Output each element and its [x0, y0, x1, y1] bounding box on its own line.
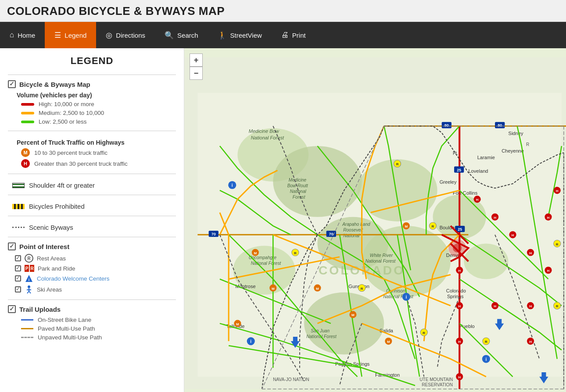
svg-point-21	[464, 244, 508, 279]
unpaved-item: Unpaved Multi-Use Path	[21, 334, 176, 341]
svg-text:White River: White River	[370, 253, 393, 258]
medium-volume-swatch	[21, 112, 34, 114]
svg-text:Laramie: Laramie	[477, 155, 495, 160]
page-title: COLORADO BICYCLE & BYWAYS MAP	[7, 4, 559, 18]
park-ride-icon: P R	[25, 265, 34, 272]
bicycle-byways-check[interactable]	[8, 80, 16, 88]
ski-areas-icon	[25, 285, 33, 294]
truck-high: H Greater than 30 percent truck traffic	[21, 159, 176, 168]
svg-text:H: H	[547, 269, 550, 273]
svg-text:M: M	[351, 313, 355, 317]
volume-title: Volume (vehicles per day)	[17, 92, 176, 99]
list-icon: ☰	[54, 31, 61, 40]
rest-areas-icon: R	[25, 254, 33, 263]
poi-check[interactable]	[8, 242, 16, 250]
paved-swatch	[21, 328, 33, 329]
zoom-in-button[interactable]: +	[190, 53, 203, 67]
volume-high: High: 10,000 or more	[21, 101, 176, 107]
trail-uploads-header: Trail Uploads	[8, 305, 176, 313]
svg-text:i: i	[232, 183, 233, 188]
svg-text:H: H	[529, 304, 532, 308]
svg-text:i: i	[405, 295, 407, 299]
welcome-check[interactable]	[15, 275, 21, 282]
svg-text:Greeley: Greeley	[440, 179, 457, 185]
prohibited-swatch	[12, 204, 25, 209]
svg-text:R: R	[485, 340, 487, 344]
truck-title: Percent of Truck Traffic on Highways	[17, 139, 176, 146]
welcome-centers-icon: i	[25, 274, 33, 283]
svg-text:H: H	[494, 216, 496, 220]
low-volume-swatch	[21, 121, 34, 123]
nav-print[interactable]: 🖨 Print	[272, 22, 315, 48]
svg-text:80: 80	[498, 123, 502, 128]
nav-directions[interactable]: ◎ Directions	[96, 22, 155, 48]
svg-text:70: 70	[329, 232, 333, 236]
svg-text:Forest: Forest	[293, 195, 306, 200]
nav-legend[interactable]: ☰ Legend	[45, 22, 96, 48]
svg-text:R: R	[361, 287, 363, 291]
nav-home[interactable]: ⌂ Home	[0, 22, 45, 48]
svg-text:H: H	[529, 340, 532, 344]
svg-text:Ft.: Ft.	[453, 151, 458, 156]
welcome-centers-item: i Colorado Welcome Centers	[15, 274, 176, 283]
shoulder-swatch	[12, 183, 25, 188]
svg-text:Roosevelt: Roosevelt	[343, 228, 363, 232]
svg-text:H: H	[458, 340, 461, 344]
rest-areas-check[interactable]	[15, 255, 21, 261]
truck-medium: M 10 to 30 percent truck traffic	[21, 148, 176, 157]
shoulder-item: Shoulder 4ft or greater	[12, 182, 176, 189]
svg-text:H: H	[556, 189, 559, 193]
onstreet-item: On-Street Bike Lane	[21, 317, 176, 323]
svg-text:Cheyenne: Cheyenne	[502, 148, 524, 153]
nav-search[interactable]: 🔍 Search	[155, 22, 208, 48]
svg-text:R: R	[556, 242, 559, 246]
prohibited-item: Bicycles Prohibited	[12, 203, 176, 210]
compass-icon: ◎	[106, 31, 112, 40]
svg-text:P: P	[25, 266, 29, 271]
svg-text:H: H	[547, 216, 550, 220]
svg-text:H: H	[458, 375, 461, 379]
poi-header: Point of Interest	[8, 242, 176, 250]
svg-line-10	[29, 291, 31, 293]
trail-uploads-section: Trail Uploads On-Street Bike Lane Paved …	[8, 299, 176, 346]
svg-text:R: R	[423, 331, 425, 335]
svg-text:25: 25	[458, 227, 462, 232]
svg-point-130	[453, 244, 462, 253]
svg-text:RESERVATION: RESERVATION	[422, 382, 453, 387]
svg-text:H: H	[512, 233, 514, 237]
search-icon: 🔍	[165, 31, 174, 40]
map-zoom-controls: + −	[190, 53, 203, 80]
svg-text:Arapaho Land: Arapaho Land	[342, 222, 370, 227]
park-ride-check[interactable]	[15, 265, 21, 271]
svg-text:M: M	[387, 340, 390, 344]
high-volume-swatch	[21, 103, 34, 106]
svg-text:R: R	[294, 251, 297, 255]
nav-streetview[interactable]: 🚶 StreetView	[208, 22, 272, 48]
svg-text:R: R	[396, 162, 399, 166]
svg-text:Bow-Routt: Bow-Routt	[287, 183, 308, 188]
prohibited-section: Bicycles Prohibited	[8, 195, 176, 216]
onstreet-swatch	[21, 319, 33, 321]
home-icon: ⌂	[10, 31, 14, 39]
zoom-out-button[interactable]: −	[190, 67, 203, 80]
unpaved-swatch	[21, 337, 33, 338]
svg-text:M: M	[272, 287, 275, 291]
map-svg: Medicine Bow National Forest Medicine Bo…	[184, 48, 566, 392]
print-icon: 🖨	[281, 31, 289, 39]
bicycle-byways-header: Bicycle & Byways Map	[8, 80, 176, 88]
svg-text:UTE MOUNTAIN: UTE MOUNTAIN	[419, 377, 453, 382]
truck-traffic-section: Percent of Truck Traffic on Highways M 1…	[8, 131, 176, 174]
bicycle-byways-section: Bicycle & Byways Map Volume (vehicles pe…	[8, 75, 176, 131]
svg-text:M: M	[236, 322, 239, 326]
truck-high-badge: H	[21, 159, 30, 168]
svg-text:i: i	[29, 278, 30, 282]
map-area[interactable]: + − Medicine Bow National Forest Medicin…	[184, 48, 566, 392]
ski-check[interactable]	[15, 286, 21, 292]
main-layout: LEGEND Bicycle & Byways Map Volume (vehi…	[0, 48, 566, 392]
svg-text:H: H	[476, 198, 479, 202]
svg-text:i: i	[250, 339, 251, 344]
sidebar: LEGEND Bicycle & Byways Map Volume (vehi…	[0, 48, 184, 392]
trail-uploads-check[interactable]	[8, 305, 16, 313]
svg-text:80: 80	[444, 123, 449, 128]
svg-point-15	[358, 159, 437, 221]
